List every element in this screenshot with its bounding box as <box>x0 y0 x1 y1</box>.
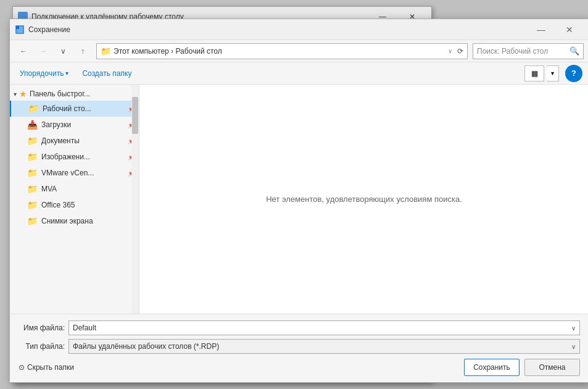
filename-label: Имя файла: <box>19 324 65 332</box>
organize-arrow: ▾ <box>65 70 68 77</box>
back-button[interactable]: ← <box>15 43 32 60</box>
folder-icon-desktop: 📁 <box>28 104 39 114</box>
sidebar-item-label-vmware: VMware vCen... <box>41 169 124 177</box>
sidebar-scroll-thumb <box>132 97 138 134</box>
new-folder-label: Создать папку <box>82 69 131 78</box>
folder-icon-mva: 📁 <box>27 184 38 194</box>
sidebar-item-label-office365: Office 365 <box>41 201 135 209</box>
dialog-close-button[interactable]: ✕ <box>555 19 584 40</box>
filename-input[interactable]: Default ∨ <box>68 320 580 335</box>
navigation-toolbar: ← → ∨ ↑ 📁 Этот компьютер › Рабочий стол … <box>10 40 588 62</box>
view-controls: ▦ ▾ <box>524 65 559 82</box>
save-button[interactable]: Сохранить <box>464 359 520 376</box>
sidebar-item-desktop[interactable]: 📁 Рабочий сто... 📌 <box>10 101 139 117</box>
quick-access-group: ▾ ★ Панель быстрог... 📁 Рабочий сто... 📌… <box>10 85 139 232</box>
search-icon: 🔍 <box>569 46 579 56</box>
forward-button[interactable]: → <box>35 43 52 60</box>
filetype-label: Тип файла: <box>19 342 65 351</box>
svg-rect-2 <box>16 26 19 29</box>
save-dialog: Сохранение — ✕ ← → ∨ ↑ 📁 Этот компьютер … <box>9 19 588 383</box>
address-refresh-button[interactable]: ⟳ <box>457 47 463 56</box>
help-button[interactable]: ? <box>565 65 582 82</box>
sidebar-item-vmware[interactable]: 📁 VMware vCen... 📌 <box>10 165 139 181</box>
folder-icon-documents: 📁 <box>27 136 38 146</box>
sidebar-item-screenshots[interactable]: 📁 Снимки экрана <box>10 213 139 229</box>
filename-row: Имя файла: Default ∨ <box>19 320 580 335</box>
new-folder-button[interactable]: Создать папку <box>78 67 135 80</box>
dialog-footer: ⊙ Скрыть папки Сохранить Отмена <box>19 359 580 376</box>
organize-button[interactable]: Упорядочить ▾ <box>16 67 72 80</box>
folder-icon-screenshots: 📁 <box>27 216 38 226</box>
view-mode-button[interactable]: ▦ <box>524 65 544 82</box>
address-folder-icon: 📁 <box>101 46 111 56</box>
sidebar-item-label-images: Изображени... <box>41 153 124 161</box>
filename-value: Default <box>73 324 96 332</box>
hide-folders-label: Скрыть папки <box>27 363 74 372</box>
dropdown-button[interactable]: ∨ <box>54 43 72 60</box>
hide-folders-icon: ⊙ <box>19 363 25 372</box>
filetype-value: Файлы удалённых рабочих столов (*.RDP) <box>73 342 219 351</box>
dialog-controls: — ✕ <box>527 19 584 40</box>
search-box[interactable]: Поиск: Рабочий стол 🔍 <box>473 43 584 59</box>
sidebar-item-mva[interactable]: 📁 MVA <box>10 181 139 197</box>
sidebar-item-label-downloads: Загрузки <box>41 120 124 129</box>
filename-dropdown-arrow: ∨ <box>571 325 576 332</box>
folder-icon-images: 📁 <box>27 152 38 162</box>
dialog-title: Сохранение <box>28 25 523 34</box>
empty-message: Нет элементов, удовлетворяющих условиям … <box>266 194 462 204</box>
quick-access-star: ★ <box>19 89 27 99</box>
dialog-icon <box>15 25 25 35</box>
search-placeholder: Поиск: Рабочий стол <box>477 47 567 56</box>
dialog-minimize-button[interactable]: — <box>527 19 555 40</box>
main-file-area: Нет элементов, удовлетворяющих условиям … <box>139 85 588 314</box>
folder-icon-vmware: 📁 <box>27 168 38 178</box>
dialog-content: ▾ ★ Панель быстрог... 📁 Рабочий сто... 📌… <box>10 85 588 314</box>
filetype-dropdown-arrow: ∨ <box>571 343 576 350</box>
action-bar: Упорядочить ▾ Создать папку ▦ ▾ ? <box>10 62 588 85</box>
quick-access-header[interactable]: ▾ ★ Панель быстрог... <box>10 87 139 101</box>
filetype-row: Тип файла: Файлы удалённых рабочих столо… <box>19 339 580 354</box>
address-text: Этот компьютер › Рабочий стол <box>114 47 445 56</box>
expand-icon: ▾ <box>14 91 17 98</box>
sidebar-item-label-documents: Документы <box>41 136 124 145</box>
up-button[interactable]: ↑ <box>74 43 91 60</box>
footer-buttons: Сохранить Отмена <box>464 359 580 376</box>
address-bar[interactable]: 📁 Этот компьютер › Рабочий стол ∨ ⟳ <box>96 43 468 59</box>
dialog-bottom: Имя файла: Default ∨ Тип файла: Файлы уд… <box>10 314 588 382</box>
sidebar-item-images[interactable]: 📁 Изображени... 📌 <box>10 149 139 165</box>
sidebar-item-downloads[interactable]: 📥 Загрузки 📌 <box>10 117 139 133</box>
sidebar-item-label-screenshots: Снимки экрана <box>41 217 135 225</box>
dialog-titlebar: Сохранение — ✕ <box>10 19 588 40</box>
quick-access-label: Панель быстрог... <box>30 90 90 98</box>
sidebar-item-office365[interactable]: 📁 Office 365 <box>10 197 139 213</box>
sidebar: ▾ ★ Панель быстрог... 📁 Рабочий сто... 📌… <box>10 85 139 314</box>
organize-label: Упорядочить <box>20 69 64 78</box>
sidebar-item-documents[interactable]: 📁 Документы 📌 <box>10 133 139 149</box>
folder-icon-downloads: 📥 <box>27 120 38 130</box>
filetype-input[interactable]: Файлы удалённых рабочих столов (*.RDP) ∨ <box>68 339 580 354</box>
address-dropdown-arrow: ∨ <box>448 48 452 54</box>
sidebar-scrollbar[interactable] <box>131 85 139 314</box>
hide-folders-button[interactable]: ⊙ Скрыть папки <box>19 363 74 372</box>
view-arrow-button[interactable]: ▾ <box>547 65 559 82</box>
sidebar-item-label-desktop: Рабочий сто... <box>43 104 124 113</box>
cancel-button[interactable]: Отмена <box>524 359 580 376</box>
folder-icon-office365: 📁 <box>27 200 38 210</box>
sidebar-item-label-mva: MVA <box>41 185 135 193</box>
